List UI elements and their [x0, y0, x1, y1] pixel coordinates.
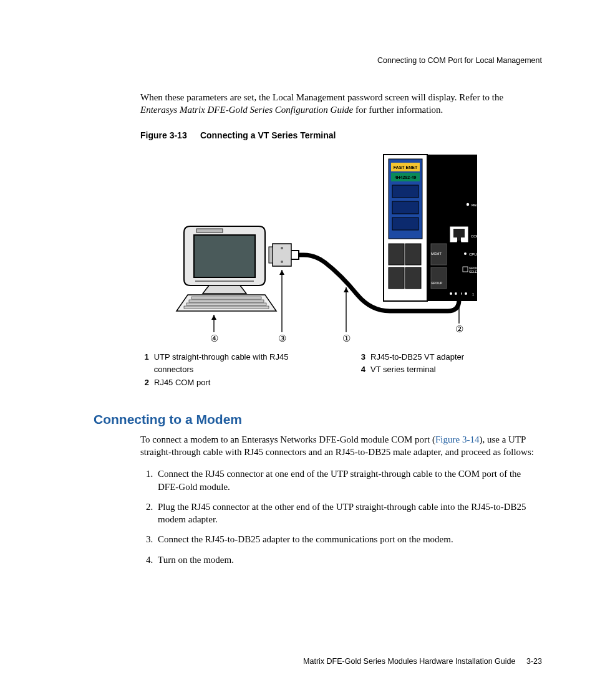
- svg-rect-45: [184, 306, 269, 309]
- intro-text-1: When these parameters are set, the Local…: [140, 92, 503, 102]
- legend-item: 3 RJ45-to-DB25 VT adapter: [357, 351, 542, 364]
- svg-rect-42: [191, 297, 261, 299]
- section-intro-paragraph: To connect a modem to an Enterasys Netwo…: [140, 433, 542, 459]
- procedure-step: Connect the RJ45 connector at one end of…: [155, 467, 542, 493]
- footer-doc-title: Matrix DFE-Gold Series Modules Hardware …: [303, 657, 515, 666]
- svg-point-30: [455, 292, 457, 295]
- figure-title: Connecting a VT Series Terminal: [200, 130, 336, 140]
- figure-legend: 1 UTP straight-through cable with RJ45 c…: [140, 351, 542, 390]
- page-footer: Matrix DFE-Gold Series Modules Hardware …: [303, 657, 542, 666]
- svg-text:④: ④: [210, 333, 218, 343]
- procedure-list: Connect the RJ45 connector at one end of…: [140, 467, 542, 566]
- legend-text: RJ45 COM port: [154, 376, 210, 390]
- svg-rect-7: [392, 185, 418, 198]
- legend-number: 2: [140, 376, 149, 390]
- svg-text:①: ①: [342, 333, 351, 343]
- procedure-step: Turn on the modem.: [155, 554, 542, 566]
- svg-text:CPU: CPU: [469, 252, 477, 256]
- svg-point-37: [281, 247, 283, 249]
- svg-rect-43: [189, 300, 264, 302]
- legend-number: 3: [357, 351, 365, 364]
- svg-point-19: [467, 203, 469, 205]
- svg-point-38: [281, 261, 283, 263]
- legend-text: RJ45-to-DB25 VT adapter: [370, 351, 464, 364]
- network-module-icon: FAST ENET 4H4282-49: [384, 155, 484, 301]
- figure-diagram: FAST ENET 4H4282-49: [140, 145, 490, 345]
- svg-rect-11: [405, 244, 421, 265]
- svg-rect-10: [389, 244, 404, 265]
- procedure-step: Connect the RJ45-to-DB25 adapter to the …: [155, 533, 542, 545]
- svg-rect-36: [269, 247, 273, 263]
- body-text-pre: To connect a modem to an Enterasys Netwo…: [140, 434, 435, 444]
- legend-item: 4 VT series terminal: [357, 363, 542, 376]
- svg-text:4H4282-49: 4H4282-49: [395, 175, 417, 180]
- svg-text:COM: COM: [471, 234, 480, 238]
- running-head: Connecting to COM Port for Local Managem…: [94, 56, 542, 65]
- section-heading: Connecting to a Modem: [94, 412, 542, 427]
- svg-point-32: [465, 292, 467, 295]
- svg-text:GROUP: GROUP: [431, 281, 443, 285]
- figure-label: Figure 3-13: [140, 130, 198, 140]
- footer-page-number: 3-23: [526, 657, 542, 666]
- db25-adapter-icon: [269, 244, 291, 266]
- svg-rect-17: [453, 229, 465, 237]
- svg-rect-13: [405, 267, 421, 289]
- svg-text:②: ②: [455, 324, 463, 334]
- svg-text:RESET: RESET: [472, 203, 484, 207]
- legend-item: 1 UTP straight-through cable with RJ45 c…: [140, 351, 326, 377]
- intro-italic: Enterasys Matrix DFE-Gold Series Configu…: [140, 105, 353, 115]
- svg-rect-15: [431, 267, 447, 289]
- svg-point-29: [450, 292, 452, 295]
- svg-rect-39: [194, 235, 255, 277]
- svg-rect-8: [392, 201, 418, 214]
- svg-text:FAST ENET: FAST ENET: [394, 165, 418, 170]
- figure-caption: Figure 3-13 Connecting a VT Series Termi…: [140, 130, 542, 140]
- intro-text-2: for further information.: [353, 105, 443, 115]
- procedure-step: Plug the RJ45 connector at the other end…: [155, 501, 542, 526]
- svg-text:MGMT: MGMT: [431, 252, 442, 256]
- legend-text: UTP straight-through cable with RJ45 con…: [154, 351, 326, 377]
- svg-rect-44: [186, 303, 266, 305]
- svg-rect-9: [392, 218, 418, 230]
- svg-rect-40: [196, 229, 223, 233]
- svg-point-23: [464, 252, 467, 255]
- legend-item: 2 RJ45 COM port: [140, 376, 326, 390]
- legend-number: 1: [140, 351, 149, 377]
- svg-rect-12: [389, 267, 404, 289]
- intro-paragraph: When these parameters are set, the Local…: [140, 91, 542, 117]
- vt-terminal-diagram-svg: FAST ENET 4H4282-49: [140, 145, 490, 345]
- svg-text:SELECT: SELECT: [469, 270, 481, 274]
- legend-text: VT series terminal: [370, 363, 436, 376]
- figure-crossref-link[interactable]: Figure 3-14: [435, 434, 479, 444]
- vt-terminal-icon: [177, 226, 276, 311]
- legend-number: 4: [357, 363, 365, 376]
- svg-text:③: ③: [278, 333, 286, 343]
